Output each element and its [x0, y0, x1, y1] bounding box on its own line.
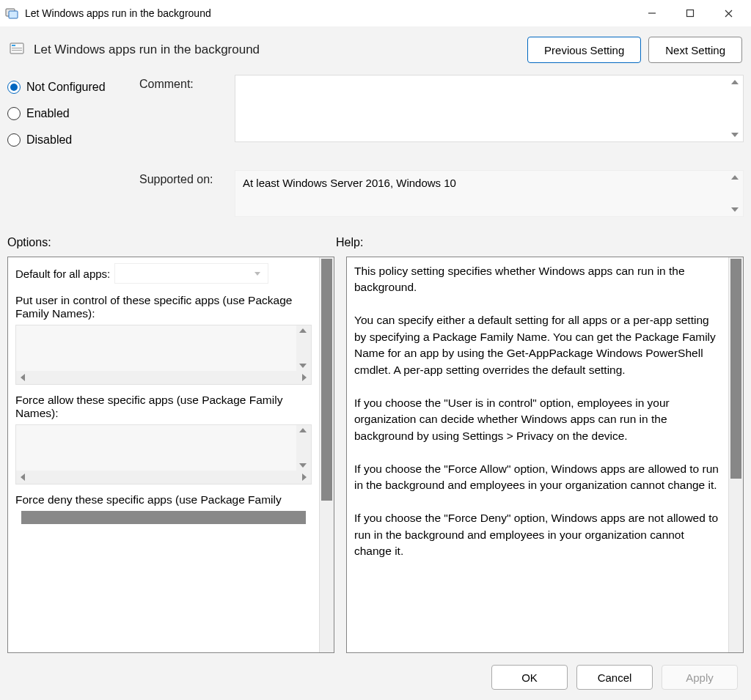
state-radio-group: Not Configured Enabled Disabled — [7, 75, 139, 160]
supported-on-row: Supported on: At least Windows Server 20… — [7, 170, 744, 217]
scroll-down-icon[interactable] — [731, 207, 739, 212]
radio-indicator-icon — [7, 107, 21, 120]
scroll-down-icon[interactable] — [299, 463, 307, 468]
supported-on-value: At least Windows Server 2016, Windows 10 — [243, 177, 456, 189]
ok-button[interactable]: OK — [491, 665, 568, 690]
force-deny-apps-label: Force deny these specific apps (use Pack… — [15, 493, 312, 506]
svg-rect-8 — [12, 48, 22, 48]
window-title: Let Windows apps run in the background — [25, 7, 640, 19]
radio-label: Not Configured — [26, 81, 106, 94]
list-vertical-scrollbar[interactable] — [296, 325, 311, 371]
scroll-left-icon[interactable] — [21, 474, 25, 481]
comment-label: Comment: — [139, 75, 235, 160]
force-allow-apps-list[interactable] — [15, 424, 312, 485]
force-allow-apps-label: Force allow these specific apps (use Pac… — [15, 394, 312, 420]
svg-rect-7 — [12, 45, 15, 46]
policy-header: Let Windows apps run in the background P… — [0, 26, 751, 70]
gpedit-app-icon — [4, 6, 19, 21]
help-text: This policy setting specifies whether Wi… — [354, 263, 721, 559]
svg-rect-3 — [687, 10, 694, 17]
maximize-button[interactable] — [678, 3, 703, 23]
scroll-down-icon[interactable] — [299, 364, 307, 368]
policy-editor-window: Let Windows apps run in the background L… — [0, 0, 751, 700]
policy-title: Let Windows apps run in the background — [34, 43, 520, 57]
options-panel: Default for all apps: Put user in contro… — [7, 257, 334, 653]
options-section-label: Options: — [7, 236, 336, 249]
next-setting-button[interactable]: Next Setting — [648, 37, 742, 63]
panels: Default for all apps: Put user in contro… — [7, 257, 744, 653]
svg-rect-1 — [9, 11, 18, 18]
user-control-apps-list[interactable] — [15, 325, 312, 385]
apply-button[interactable]: Apply — [662, 665, 738, 690]
list-vertical-scrollbar[interactable] — [296, 425, 311, 471]
scroll-up-icon[interactable] — [299, 428, 307, 432]
svg-rect-9 — [12, 50, 22, 51]
options-vertical-scrollbar[interactable] — [319, 257, 334, 652]
cancel-button[interactable]: Cancel — [576, 665, 653, 690]
close-button[interactable] — [716, 3, 741, 23]
scroll-up-icon[interactable] — [731, 80, 739, 84]
scroll-left-icon[interactable] — [21, 374, 25, 381]
radio-disabled[interactable]: Disabled — [7, 133, 139, 147]
scroll-up-icon[interactable] — [299, 328, 307, 333]
user-control-apps-label: Put user in control of these specific ap… — [15, 294, 312, 320]
scroll-up-icon[interactable] — [731, 175, 739, 180]
radio-label: Enabled — [26, 107, 70, 120]
radio-indicator-icon — [7, 81, 21, 94]
scrollbar-thumb[interactable] — [730, 259, 741, 479]
help-section-label: Help: — [336, 236, 363, 249]
minimize-button[interactable] — [640, 3, 664, 23]
supported-on-value-box: At least Windows Server 2016, Windows 10 — [235, 170, 744, 217]
supported-on-label: Supported on: — [139, 170, 235, 217]
section-labels: Options: Help: — [7, 236, 744, 249]
dialog-footer: OK Cancel Apply — [0, 655, 751, 700]
scroll-down-icon[interactable] — [731, 133, 739, 137]
options-horizontal-scrollbar-thumb[interactable] — [21, 511, 306, 524]
default-for-all-apps-dropdown[interactable] — [114, 263, 268, 284]
radio-label: Disabled — [26, 133, 72, 147]
radio-enabled[interactable]: Enabled — [7, 107, 139, 120]
list-horizontal-scrollbar[interactable] — [16, 371, 311, 384]
scroll-right-icon[interactable] — [302, 374, 307, 381]
window-controls — [640, 3, 747, 23]
config-row: Not Configured Enabled Disabled Comment: — [7, 75, 744, 160]
scrollbar-thumb[interactable] — [321, 259, 332, 501]
radio-indicator-icon — [7, 133, 21, 147]
list-horizontal-scrollbar[interactable] — [16, 471, 311, 484]
default-for-all-apps-label: Default for all apps: — [15, 268, 110, 280]
help-vertical-scrollbar[interactable] — [728, 257, 743, 652]
policy-icon — [9, 41, 26, 59]
title-bar: Let Windows apps run in the background — [0, 0, 751, 26]
comment-textarea[interactable] — [235, 75, 744, 142]
help-panel: This policy setting specifies whether Wi… — [346, 257, 744, 653]
previous-setting-button[interactable]: Previous Setting — [527, 37, 641, 63]
scroll-right-icon[interactable] — [302, 474, 307, 481]
radio-not-configured[interactable]: Not Configured — [7, 81, 139, 94]
